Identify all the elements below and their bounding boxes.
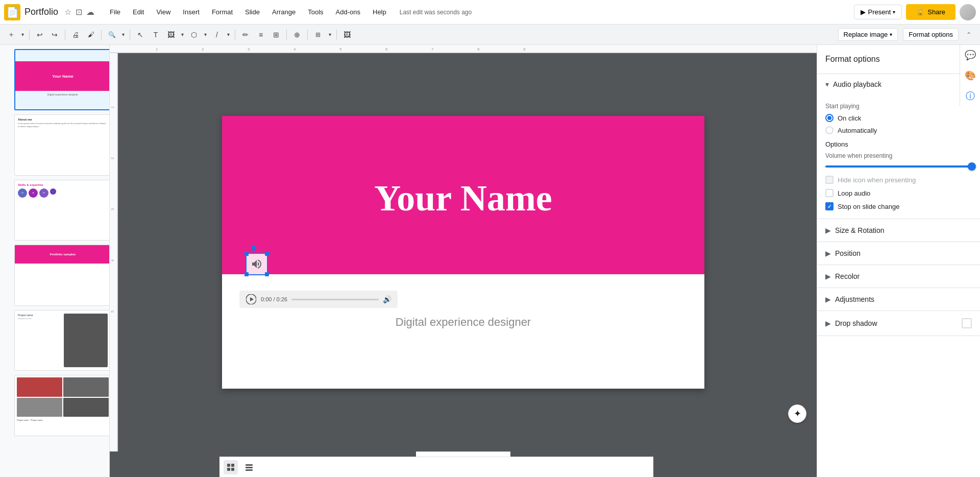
slide-6-thumb[interactable]: Project name Project name (14, 375, 110, 436)
loop-audio-checkbox[interactable]: Loop audio (825, 189, 972, 197)
align-grid-button[interactable]: ⊞ (269, 28, 283, 42)
zoom-chevron[interactable]: ▾ (119, 28, 127, 42)
separator-7 (307, 30, 308, 40)
menu-file[interactable]: File (105, 6, 126, 18)
crop-chevron[interactable]: ▾ (326, 28, 333, 42)
audio-icon-box[interactable] (246, 253, 268, 275)
hide-icon-checkbox[interactable]: Hide icon when presenting (825, 176, 972, 184)
edit-image-button[interactable]: 🖼 (340, 28, 354, 42)
menu-addons[interactable]: Add-ons (331, 6, 365, 18)
slide-2-thumb[interactable]: About me Lorem ipsum dolor sit amet cons… (14, 114, 110, 176)
on-click-radio[interactable]: On click (825, 114, 972, 122)
audio-playback-header[interactable]: ▾ Audio playback (817, 74, 980, 94)
save-icon[interactable]: ⊡ (76, 7, 82, 17)
redo-button[interactable]: ↪ (47, 28, 62, 42)
slide-5-thumb[interactable]: Project name description text here (14, 310, 110, 371)
lines-chevron[interactable]: ▾ (225, 28, 232, 42)
add-chevron[interactable]: ▾ (19, 28, 26, 42)
menu-insert[interactable]: Insert (178, 6, 205, 18)
size-rotation-chevron: ▶ (825, 226, 831, 234)
menu-slide[interactable]: Slide (240, 6, 265, 18)
palette-icon[interactable]: 🎨 (960, 65, 980, 86)
recolor-section[interactable]: ▶ Recolor (817, 265, 980, 288)
slide-4-thumb[interactable]: Portfolio samples (14, 245, 110, 306)
drop-shadow-section[interactable]: ▶ Drop shadow (817, 311, 980, 336)
paintformat-button[interactable]: 🖌 (84, 28, 98, 42)
menu-format[interactable]: Format (207, 6, 238, 18)
avatar[interactable] (960, 4, 976, 20)
play-icon (246, 294, 256, 304)
align-left-button[interactable]: ≡ (254, 28, 268, 42)
crop-button[interactable]: ⊞ (311, 28, 325, 42)
image-button[interactable]: 🖼 (164, 28, 178, 42)
on-click-radio-dot (827, 116, 831, 120)
format-options-button[interactable]: Format options (903, 28, 959, 41)
stop-on-slide-checkbox[interactable]: ✓ Stop on slide change (825, 202, 972, 210)
share-button[interactable]: 🔒 Share (906, 4, 955, 20)
cursor-button[interactable]: ↖ (133, 28, 148, 42)
grid-view-icon (227, 463, 235, 471)
menu-tools[interactable]: Tools (303, 6, 328, 18)
volume-slider-thumb[interactable] (968, 162, 976, 171)
undo-button[interactable]: ↩ (33, 28, 47, 42)
grid-view-button[interactable] (224, 460, 238, 474)
panel-header: Format options ✕ (817, 45, 980, 74)
info-icon[interactable]: ⓘ (960, 86, 980, 106)
audio-playback-section: ▾ Audio playback Start playing On click (817, 74, 980, 219)
menu-help[interactable]: Help (368, 6, 391, 18)
resize-handle-top[interactable] (251, 246, 256, 251)
toolbar-collapse-button[interactable]: ⌃ (962, 28, 976, 42)
handle-tr[interactable] (265, 252, 269, 256)
chat-icon[interactable]: 💬 (960, 45, 980, 65)
slide-1-container: 1 Your Name Digital experience designer (4, 49, 105, 110)
format-options-label: Format options (909, 31, 953, 38)
automatically-label: Automatically (838, 127, 877, 134)
checkbox-group: Hide icon when presenting Loop audio ✓ S… (825, 176, 972, 210)
list-view-button[interactable] (242, 460, 256, 474)
handle-bl[interactable] (244, 272, 249, 276)
slide-6-container: 6 Project name Project name (4, 375, 105, 436)
menu-edit[interactable]: Edit (128, 6, 149, 18)
menu-view[interactable]: View (151, 6, 176, 18)
zoom-button[interactable]: 🔍 (105, 28, 119, 42)
topbar-right: ▶ Present ▾ 🔒 Share (854, 4, 976, 20)
toolbar: ＋ ▾ ↩ ↪ 🖨 🖌 🔍 ▾ ↖ T 🖼 ▾ ⬡ ▾ / ▾ ✏ ≡ ⊞ ⊕ … (0, 25, 980, 45)
ai-button[interactable]: ✦ (788, 404, 806, 423)
textbox-button[interactable]: T (149, 28, 163, 42)
progress-bar[interactable] (291, 299, 379, 300)
slide-1-thumb[interactable]: Your Name Digital experience designer (14, 49, 110, 110)
adjustments-title: Adjustments (835, 295, 874, 303)
print-button[interactable]: 🖨 (68, 28, 83, 42)
handle-tl[interactable] (244, 252, 249, 256)
lines-button[interactable]: / (210, 28, 224, 42)
svg-text:4: 4 (110, 259, 115, 261)
speech-bubble: Digital experience designer (341, 309, 586, 335)
lines-group: / ▾ (210, 28, 232, 42)
present-button[interactable]: ▶ Present ▾ (854, 5, 902, 19)
play-button[interactable] (246, 294, 257, 305)
drop-shadow-toggle[interactable] (962, 318, 972, 328)
size-rotation-section[interactable]: ▶ Size & Rotation (817, 219, 980, 242)
add-button[interactable]: ＋ (4, 28, 18, 42)
handle-br[interactable] (265, 272, 269, 276)
replace-image-button[interactable]: Replace image ▾ (838, 28, 898, 41)
audio-playback-chevron: ▾ (825, 80, 829, 88)
insert-media-button[interactable]: ⊕ (290, 28, 304, 42)
shapes-chevron[interactable]: ▾ (202, 28, 209, 42)
svg-text:5: 5 (110, 310, 115, 313)
automatically-radio[interactable]: Automatically (825, 126, 972, 134)
main-area: 1 Your Name Digital experience designer … (0, 45, 980, 477)
position-section[interactable]: ▶ Position (817, 242, 980, 265)
pen-button[interactable]: ✏ (238, 28, 253, 42)
shapes-button[interactable]: ⬡ (187, 28, 201, 42)
volume-icon[interactable]: 🔊 (383, 295, 391, 303)
slide-3-thumb[interactable]: Skills & expertise UX UE PD + (14, 180, 110, 241)
slide-name-text[interactable]: Your Name (374, 177, 552, 220)
image-chevron[interactable]: ▾ (179, 28, 186, 42)
adjustments-section[interactable]: ▶ Adjustments (817, 288, 980, 311)
volume-slider-container[interactable] (825, 163, 972, 170)
cloud-icon[interactable]: ☁ (86, 7, 94, 17)
menu-arrange[interactable]: Arrange (267, 6, 301, 18)
stop-on-slide-label: Stop on slide change (838, 203, 899, 210)
star-icon[interactable]: ☆ (64, 7, 71, 17)
